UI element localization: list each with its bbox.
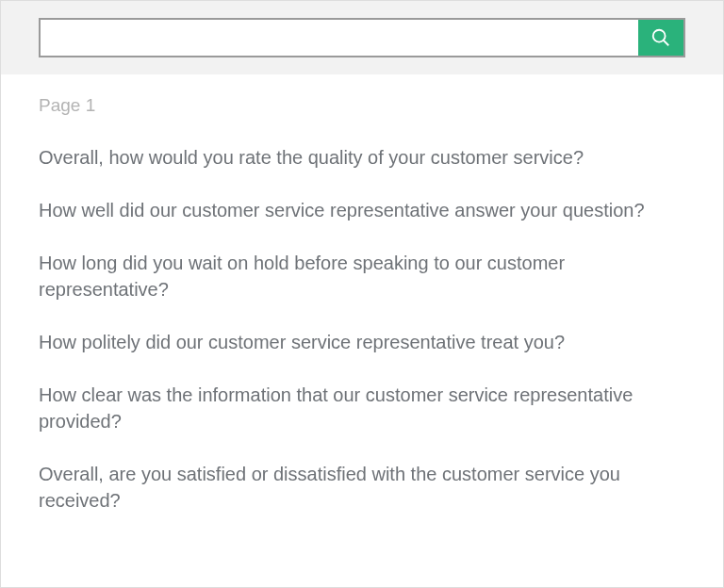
question-item: Overall, how would you rate the quality … [39,144,685,171]
question-item: How well did our customer service repres… [39,197,685,223]
question-item: Overall, are you satisfied or dissatisfi… [39,461,685,514]
svg-point-0 [653,30,666,42]
search-input[interactable] [41,20,638,56]
page-label: Page 1 [39,95,685,116]
search-icon [650,27,671,48]
question-item: How clear was the information that our c… [39,382,685,434]
svg-line-1 [664,41,669,46]
search-button[interactable] [638,20,683,56]
question-item: How politely did our customer service re… [39,329,685,355]
question-item: How long did you wait on hold before spe… [39,250,685,302]
search-bar [39,18,685,57]
content-area: Page 1 Overall, how would you rate the q… [1,74,723,559]
search-bar-container [1,1,723,74]
